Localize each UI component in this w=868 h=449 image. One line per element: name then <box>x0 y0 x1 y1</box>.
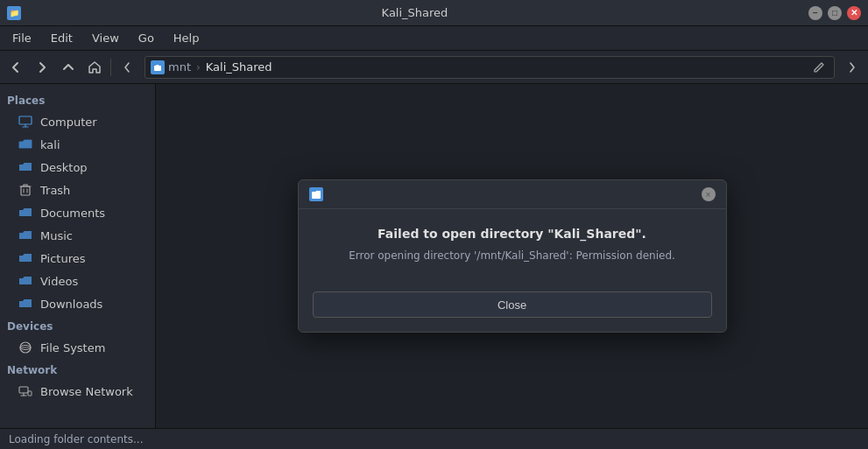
toolbar-separator <box>110 59 111 76</box>
minimize-button[interactable]: − <box>808 6 822 20</box>
sidebar-label-kali: kali <box>40 138 60 151</box>
svg-rect-1 <box>19 116 32 124</box>
sidebar-item-computer[interactable]: Computer <box>2 110 153 133</box>
sidebar-item-videos[interactable]: Videos <box>2 270 153 292</box>
sidebar-item-kali[interactable]: kali <box>2 133 153 156</box>
sidebar: Places Computer kali Desktop Trash <box>0 84 156 428</box>
sidebar-item-documents[interactable]: Documents <box>2 201 153 224</box>
sidebar-label-desktop: Desktop <box>40 161 88 174</box>
titlebar-icon: 📁 <box>7 6 21 20</box>
sidebar-item-music[interactable]: Music <box>2 224 153 247</box>
addressbar-icon <box>151 60 165 74</box>
browse-network-icon <box>18 383 33 399</box>
main-layout: Places Computer kali Desktop Trash <box>0 84 868 428</box>
sidebar-item-pictures[interactable]: Pictures <box>2 247 153 270</box>
sidebar-label-documents: Documents <box>40 207 105 220</box>
titlebar-title: Kali_Shared <box>21 6 808 19</box>
menubar: File Edit View Go Help <box>0 26 868 51</box>
addressbar-crumb-mnt[interactable]: mnt <box>168 60 191 74</box>
titlebar-controls: − □ ✕ <box>808 6 861 20</box>
dialog-close-x-button[interactable]: × <box>702 187 716 201</box>
music-folder-icon <box>18 228 33 243</box>
kali-folder-icon <box>18 137 33 152</box>
sidebar-label-trash: Trash <box>40 184 70 197</box>
sidebar-label-pictures: Pictures <box>40 252 85 265</box>
addressbar-edit-button[interactable] <box>809 58 829 77</box>
sidebar-label-computer: Computer <box>40 116 97 129</box>
svg-rect-11 <box>28 391 32 396</box>
sidebar-item-browse-network[interactable]: Browse Network <box>2 380 153 403</box>
desktop-folder-icon <box>18 159 33 175</box>
close-window-button[interactable]: ✕ <box>847 6 861 20</box>
sidebar-item-trash[interactable]: Trash <box>2 179 153 201</box>
videos-folder-icon <box>18 273 33 289</box>
trash-icon <box>18 182 33 198</box>
sidebar-label-browse-network: Browse Network <box>40 385 133 398</box>
dialog-button-row: Close <box>299 291 726 332</box>
dialog-titlebar: × <box>299 180 726 209</box>
addressbar-separator: › <box>196 61 201 74</box>
titlebar: 📁 Kali_Shared − □ ✕ <box>0 0 868 26</box>
dialog-main-text: Failed to open directory "Kali_Shared". <box>320 227 705 241</box>
sidebar-label-filesystem: File System <box>40 341 105 354</box>
dialog-overlay: × Failed to open directory "Kali_Shared"… <box>156 84 868 428</box>
dialog-sub-text: Error opening directory '/mnt/Kali_Share… <box>320 249 705 262</box>
dialog-body: Failed to open directory "Kali_Shared". … <box>299 209 726 291</box>
places-section-header: Places <box>0 89 155 110</box>
sidebar-label-downloads: Downloads <box>40 298 102 311</box>
toolbar: mnt › Kali_Shared <box>0 51 868 84</box>
menu-file[interactable]: File <box>4 29 40 47</box>
maximize-button[interactable]: □ <box>828 6 842 20</box>
network-section-header: Network <box>0 359 155 380</box>
svg-rect-8 <box>19 387 28 393</box>
pictures-folder-icon <box>18 250 33 266</box>
documents-folder-icon <box>18 205 33 221</box>
sidebar-item-desktop[interactable]: Desktop <box>2 156 153 179</box>
prev-location-button[interactable] <box>115 55 139 80</box>
home-button[interactable] <box>82 55 107 80</box>
menu-help[interactable]: Help <box>165 29 208 47</box>
back-button[interactable] <box>4 55 28 80</box>
forward-button[interactable] <box>30 55 54 80</box>
error-dialog: × Failed to open directory "Kali_Shared"… <box>298 179 727 333</box>
statusbar: Loading folder contents... <box>0 428 868 449</box>
statusbar-text: Loading folder contents... <box>9 433 143 445</box>
devices-section-header: Devices <box>0 315 155 336</box>
computer-icon <box>18 114 33 130</box>
addressbar[interactable]: mnt › Kali_Shared <box>145 56 835 79</box>
next-location-button[interactable] <box>840 55 864 80</box>
dialog-close-button[interactable]: Close <box>313 291 712 318</box>
downloads-folder-icon <box>18 296 33 312</box>
svg-rect-2 <box>21 186 30 195</box>
sidebar-item-filesystem[interactable]: File System <box>2 336 153 359</box>
addressbar-current: Kali_Shared <box>206 60 272 74</box>
file-area: × Failed to open directory "Kali_Shared"… <box>156 84 868 428</box>
menu-view[interactable]: View <box>83 29 128 47</box>
sidebar-item-downloads[interactable]: Downloads <box>2 292 153 315</box>
menu-edit[interactable]: Edit <box>42 29 81 47</box>
sidebar-label-videos: Videos <box>40 275 78 288</box>
dialog-title-icon <box>309 187 323 201</box>
up-button[interactable] <box>56 55 81 80</box>
menu-go[interactable]: Go <box>130 29 163 47</box>
filesystem-icon <box>18 340 33 355</box>
sidebar-label-music: Music <box>40 229 73 242</box>
